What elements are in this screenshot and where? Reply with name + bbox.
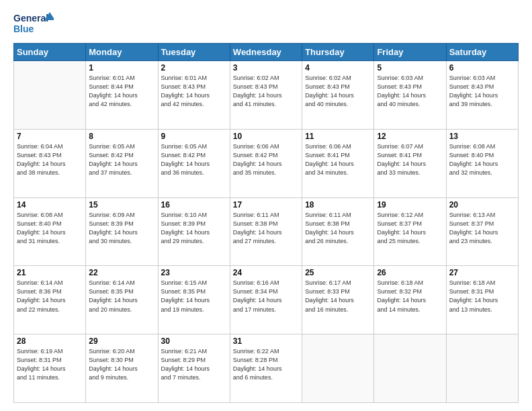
day-number: 28 xyxy=(17,336,83,346)
day-info: Sunrise: 6:04 AM Sunset: 8:43 PM Dayligh… xyxy=(17,142,83,177)
calendar-cell xyxy=(446,334,518,403)
day-number: 9 xyxy=(161,132,227,141)
calendar-cell: 25Sunrise: 6:17 AM Sunset: 8:33 PM Dayli… xyxy=(302,266,374,334)
calendar-cell: 5Sunrise: 6:03 AM Sunset: 8:43 PM Daylig… xyxy=(374,61,446,130)
day-number: 8 xyxy=(89,132,154,141)
day-info: Sunrise: 6:03 AM Sunset: 8:43 PM Dayligh… xyxy=(377,74,443,109)
day-info: Sunrise: 6:11 AM Sunset: 8:38 PM Dayligh… xyxy=(233,211,299,246)
calendar-cell xyxy=(14,61,86,130)
calendar-cell: 29Sunrise: 6:20 AM Sunset: 8:30 PM Dayli… xyxy=(86,334,158,403)
day-info: Sunrise: 6:09 AM Sunset: 8:39 PM Dayligh… xyxy=(89,211,154,246)
day-info: Sunrise: 6:12 AM Sunset: 8:37 PM Dayligh… xyxy=(377,211,443,246)
day-info: Sunrise: 6:08 AM Sunset: 8:40 PM Dayligh… xyxy=(17,211,83,246)
day-info: Sunrise: 6:07 AM Sunset: 8:41 PM Dayligh… xyxy=(377,142,443,177)
day-info: Sunrise: 6:08 AM Sunset: 8:40 PM Dayligh… xyxy=(449,142,515,177)
col-header-tuesday: Tuesday xyxy=(158,44,230,61)
day-number: 5 xyxy=(377,63,443,73)
calendar-cell: 7Sunrise: 6:04 AM Sunset: 8:43 PM Daylig… xyxy=(14,129,86,197)
day-info: Sunrise: 6:01 AM Sunset: 8:44 PM Dayligh… xyxy=(89,74,154,109)
day-number: 17 xyxy=(233,200,299,210)
day-number: 21 xyxy=(17,268,83,277)
calendar-cell xyxy=(302,334,374,403)
calendar-cell: 8Sunrise: 6:05 AM Sunset: 8:42 PM Daylig… xyxy=(86,129,158,197)
calendar-week-row: 21Sunrise: 6:14 AM Sunset: 8:36 PM Dayli… xyxy=(14,266,519,334)
calendar-cell: 19Sunrise: 6:12 AM Sunset: 8:37 PM Dayli… xyxy=(374,197,446,266)
day-info: Sunrise: 6:02 AM Sunset: 8:43 PM Dayligh… xyxy=(305,74,371,109)
day-info: Sunrise: 6:22 AM Sunset: 8:28 PM Dayligh… xyxy=(233,347,299,382)
calendar-cell: 24Sunrise: 6:16 AM Sunset: 8:34 PM Dayli… xyxy=(230,266,302,334)
calendar-cell: 9Sunrise: 6:05 AM Sunset: 8:42 PM Daylig… xyxy=(158,129,230,197)
col-header-monday: Monday xyxy=(86,44,158,61)
col-header-saturday: Saturday xyxy=(446,44,518,61)
day-number: 25 xyxy=(305,268,371,277)
col-header-sunday: Sunday xyxy=(14,44,86,61)
day-info: Sunrise: 6:18 AM Sunset: 8:32 PM Dayligh… xyxy=(377,279,443,314)
day-number: 15 xyxy=(89,200,154,210)
day-number: 2 xyxy=(161,63,227,73)
logo: General Blue xyxy=(13,11,54,36)
calendar-cell: 27Sunrise: 6:18 AM Sunset: 8:31 PM Dayli… xyxy=(446,266,518,334)
calendar-cell: 16Sunrise: 6:10 AM Sunset: 8:39 PM Dayli… xyxy=(158,197,230,266)
calendar-cell xyxy=(374,334,446,403)
calendar-cell: 6Sunrise: 6:03 AM Sunset: 8:43 PM Daylig… xyxy=(446,61,518,130)
col-header-wednesday: Wednesday xyxy=(230,44,302,61)
day-number: 6 xyxy=(449,63,515,73)
calendar-cell: 1Sunrise: 6:01 AM Sunset: 8:44 PM Daylig… xyxy=(86,61,158,130)
day-info: Sunrise: 6:20 AM Sunset: 8:30 PM Dayligh… xyxy=(89,347,154,382)
col-header-thursday: Thursday xyxy=(302,44,374,61)
calendar-cell: 28Sunrise: 6:19 AM Sunset: 8:31 PM Dayli… xyxy=(14,334,86,403)
day-info: Sunrise: 6:21 AM Sunset: 8:29 PM Dayligh… xyxy=(161,347,227,382)
calendar-header-row: SundayMondayTuesdayWednesdayThursdayFrid… xyxy=(14,44,519,61)
day-number: 29 xyxy=(89,336,154,346)
calendar-cell: 23Sunrise: 6:15 AM Sunset: 8:35 PM Dayli… xyxy=(158,266,230,334)
calendar-cell: 21Sunrise: 6:14 AM Sunset: 8:36 PM Dayli… xyxy=(14,266,86,334)
day-info: Sunrise: 6:13 AM Sunset: 8:37 PM Dayligh… xyxy=(449,211,515,246)
calendar-cell: 15Sunrise: 6:09 AM Sunset: 8:39 PM Dayli… xyxy=(86,197,158,266)
day-number: 30 xyxy=(161,336,227,346)
day-number: 3 xyxy=(233,63,299,73)
day-number: 26 xyxy=(377,268,443,277)
calendar-table: SundayMondayTuesdayWednesdayThursdayFrid… xyxy=(13,43,519,403)
calendar-week-row: 14Sunrise: 6:08 AM Sunset: 8:40 PM Dayli… xyxy=(14,197,519,266)
day-info: Sunrise: 6:11 AM Sunset: 8:38 PM Dayligh… xyxy=(305,211,371,246)
day-info: Sunrise: 6:05 AM Sunset: 8:42 PM Dayligh… xyxy=(89,142,154,177)
calendar-cell: 18Sunrise: 6:11 AM Sunset: 8:38 PM Dayli… xyxy=(302,197,374,266)
day-number: 4 xyxy=(305,63,371,73)
calendar-cell: 10Sunrise: 6:06 AM Sunset: 8:42 PM Dayli… xyxy=(230,129,302,197)
day-number: 13 xyxy=(449,132,515,141)
calendar-cell: 31Sunrise: 6:22 AM Sunset: 8:28 PM Dayli… xyxy=(230,334,302,403)
calendar-cell: 3Sunrise: 6:02 AM Sunset: 8:43 PM Daylig… xyxy=(230,61,302,130)
calendar-week-row: 7Sunrise: 6:04 AM Sunset: 8:43 PM Daylig… xyxy=(14,129,519,197)
day-number: 16 xyxy=(161,200,227,210)
day-number: 27 xyxy=(449,268,515,277)
calendar-cell: 4Sunrise: 6:02 AM Sunset: 8:43 PM Daylig… xyxy=(302,61,374,130)
day-number: 23 xyxy=(161,268,227,277)
day-info: Sunrise: 6:15 AM Sunset: 8:35 PM Dayligh… xyxy=(161,279,227,314)
day-info: Sunrise: 6:16 AM Sunset: 8:34 PM Dayligh… xyxy=(233,279,299,314)
calendar-cell: 14Sunrise: 6:08 AM Sunset: 8:40 PM Dayli… xyxy=(14,197,86,266)
calendar-week-row: 28Sunrise: 6:19 AM Sunset: 8:31 PM Dayli… xyxy=(14,334,519,403)
svg-text:General: General xyxy=(13,13,48,24)
day-info: Sunrise: 6:14 AM Sunset: 8:35 PM Dayligh… xyxy=(89,279,154,314)
day-info: Sunrise: 6:19 AM Sunset: 8:31 PM Dayligh… xyxy=(17,347,83,382)
day-info: Sunrise: 6:02 AM Sunset: 8:43 PM Dayligh… xyxy=(233,74,299,109)
header: General Blue xyxy=(13,11,519,36)
calendar-cell: 11Sunrise: 6:06 AM Sunset: 8:41 PM Dayli… xyxy=(302,129,374,197)
calendar-cell: 13Sunrise: 6:08 AM Sunset: 8:40 PM Dayli… xyxy=(446,129,518,197)
calendar-cell: 30Sunrise: 6:21 AM Sunset: 8:29 PM Dayli… xyxy=(158,334,230,403)
calendar-cell: 12Sunrise: 6:07 AM Sunset: 8:41 PM Dayli… xyxy=(374,129,446,197)
svg-text:Blue: Blue xyxy=(13,24,34,34)
day-number: 12 xyxy=(377,132,443,141)
day-number: 20 xyxy=(449,200,515,210)
day-number: 31 xyxy=(233,336,299,346)
day-info: Sunrise: 6:10 AM Sunset: 8:39 PM Dayligh… xyxy=(161,211,227,246)
day-info: Sunrise: 6:05 AM Sunset: 8:42 PM Dayligh… xyxy=(161,142,227,177)
col-header-friday: Friday xyxy=(374,44,446,61)
day-number: 11 xyxy=(305,132,371,141)
calendar-cell: 2Sunrise: 6:01 AM Sunset: 8:43 PM Daylig… xyxy=(158,61,230,130)
day-info: Sunrise: 6:01 AM Sunset: 8:43 PM Dayligh… xyxy=(161,74,227,109)
calendar-cell: 26Sunrise: 6:18 AM Sunset: 8:32 PM Dayli… xyxy=(374,266,446,334)
day-number: 1 xyxy=(89,63,154,73)
calendar-cell: 17Sunrise: 6:11 AM Sunset: 8:38 PM Dayli… xyxy=(230,197,302,266)
calendar-cell: 20Sunrise: 6:13 AM Sunset: 8:37 PM Dayli… xyxy=(446,197,518,266)
